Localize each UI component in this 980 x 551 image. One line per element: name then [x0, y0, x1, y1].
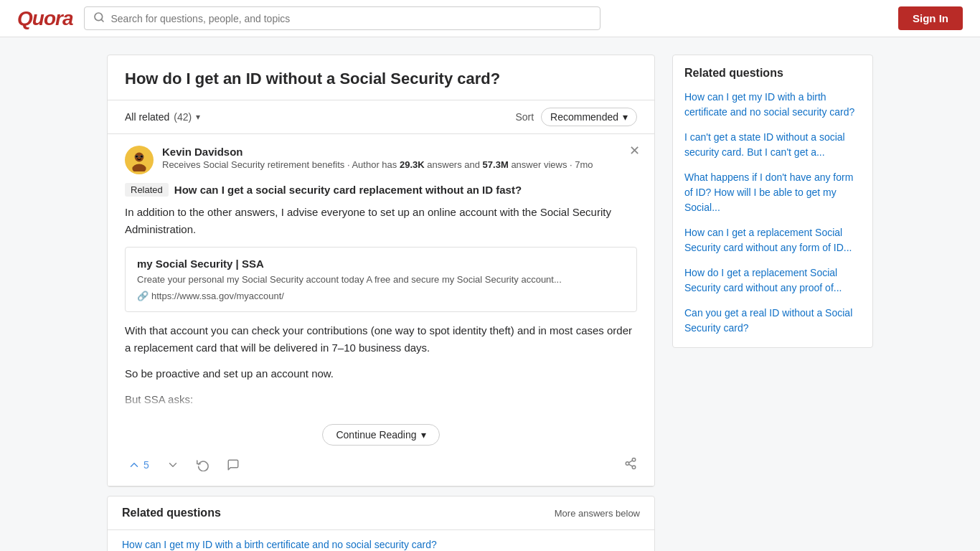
search-icon: [93, 11, 105, 25]
author-views-text: answer views ·: [511, 159, 575, 170]
sign-in-button[interactable]: Sign In: [898, 6, 963, 30]
related-tag: Related: [125, 183, 169, 197]
sort-label: Sort: [515, 111, 534, 123]
question-card: How do I get an ID without a Social Secu…: [107, 55, 655, 487]
link-preview-url: 🔗 https://www.ssa.gov/myaccount/: [137, 291, 625, 301]
refresh-icon: [197, 458, 209, 471]
link-preview-title: my Social Security | SSA: [137, 258, 625, 270]
sidebar-link-2[interactable]: I can't get a state ID without a social …: [684, 130, 861, 160]
continue-reading-button[interactable]: Continue Reading ▾: [322, 424, 439, 446]
related-question-item-1[interactable]: How can I get my ID with a birth certifi…: [108, 530, 654, 551]
question-panel: How do I get an ID without a Social Secu…: [107, 55, 655, 551]
upvote-button[interactable]: 5: [125, 456, 152, 474]
author-answers-text: answers and: [427, 159, 482, 170]
answer-paragraph-3: So be proactive and set up an account no…: [125, 365, 637, 382]
upvote-count: 5: [143, 459, 149, 471]
sort-chevron-icon: ▾: [623, 111, 628, 123]
sort-value: Recommended: [550, 111, 618, 123]
share-button[interactable]: [624, 457, 637, 474]
link-preview[interactable]: my Social Security | SSA Create your per…: [125, 247, 637, 312]
chevron-down-icon: ▾: [196, 112, 200, 122]
answer-card: ✕: [108, 134, 654, 486]
author-answers-count: 29.3K: [400, 159, 425, 170]
link-icon: 🔗: [137, 291, 149, 301]
answer-paragraph-1: In addition to the other answers, I advi…: [125, 204, 637, 238]
link-preview-desc: Create your personal my Social Security …: [137, 274, 625, 285]
related-question-link-1[interactable]: How can I get my ID with a birth certifi…: [122, 539, 437, 550]
action-bar: 5: [125, 448, 637, 474]
answer-paragraph-2: With that account you can check your con…: [125, 322, 637, 357]
question-title: How do I get an ID without a Social Secu…: [108, 55, 654, 100]
main-container: How do I get an ID without a Social Secu…: [95, 37, 885, 551]
refresh-button[interactable]: [194, 456, 212, 474]
sort-area: Sort Recommended ▾: [515, 108, 637, 126]
continue-reading-label: Continue Reading: [336, 429, 416, 441]
upvote-icon: [128, 458, 141, 471]
link-url-text: https://www.ssa.gov/myaccount/: [151, 291, 284, 301]
sidebar-title: Related questions: [684, 67, 861, 80]
comment-icon: [227, 458, 240, 471]
filters-bar: All related (42) ▾ Sort Recommended ▾: [108, 100, 654, 134]
author-meta-prefix: Receives Social Security retirement bene…: [162, 159, 397, 170]
related-question-link[interactable]: How can I get a social security card rep…: [174, 184, 522, 196]
related-tag-row: Related How can I get a social security …: [125, 183, 637, 197]
related-section-header: Related questions More answers below: [108, 496, 654, 530]
sidebar-link-6[interactable]: Can you get a real ID without a Social S…: [684, 306, 861, 336]
sidebar: Related questions How can I get my ID wi…: [672, 55, 873, 551]
related-count: (42): [174, 111, 192, 123]
sidebar-link-4[interactable]: How can I get a replacement Social Secur…: [684, 225, 861, 255]
author-row: Kevin Davidson Receives Social Security …: [125, 146, 637, 174]
sidebar-link-5[interactable]: How do I get a replacement Social Securi…: [684, 265, 861, 296]
answer-time: 7mo: [575, 159, 593, 170]
more-answers-link[interactable]: More answers below: [555, 508, 640, 519]
search-input[interactable]: [110, 13, 591, 24]
header: Quora Sign In: [0, 0, 980, 37]
svg-line-13: [628, 464, 632, 466]
related-section: Related questions More answers below How…: [107, 496, 655, 551]
downvote-icon: [166, 458, 179, 471]
svg-line-14: [628, 460, 632, 462]
all-related-filter[interactable]: All related (42) ▾: [125, 111, 200, 123]
author-name[interactable]: Kevin Davidson: [162, 146, 637, 158]
author-meta: Receives Social Security retirement bene…: [162, 158, 637, 172]
related-section-title: Related questions: [122, 507, 221, 519]
sidebar-card: Related questions How can I get my ID wi…: [672, 55, 873, 348]
quora-logo[interactable]: Quora: [17, 7, 72, 30]
sort-dropdown[interactable]: Recommended ▾: [541, 108, 637, 126]
share-icon: [624, 457, 637, 470]
downvote-button[interactable]: [164, 456, 182, 474]
svg-line-1: [102, 19, 104, 22]
comment-button[interactable]: [224, 456, 242, 474]
fade-text: But SSA asks:: [125, 391, 637, 413]
fade-overlay: But SSA asks:: [125, 391, 637, 413]
search-bar[interactable]: [84, 6, 600, 30]
author-info: Kevin Davidson Receives Social Security …: [162, 146, 637, 172]
author-views-count: 57.3M: [483, 159, 509, 170]
sidebar-link-3[interactable]: What happens if I don't have any form of…: [684, 170, 861, 215]
continue-reading-area: Continue Reading ▾: [125, 418, 637, 448]
avatar: [125, 146, 154, 174]
sidebar-link-1[interactable]: How can I get my ID with a birth certifi…: [684, 90, 861, 120]
continue-reading-chevron-icon: ▾: [421, 429, 426, 441]
all-related-label: All related: [125, 111, 169, 123]
close-button[interactable]: ✕: [629, 144, 640, 157]
